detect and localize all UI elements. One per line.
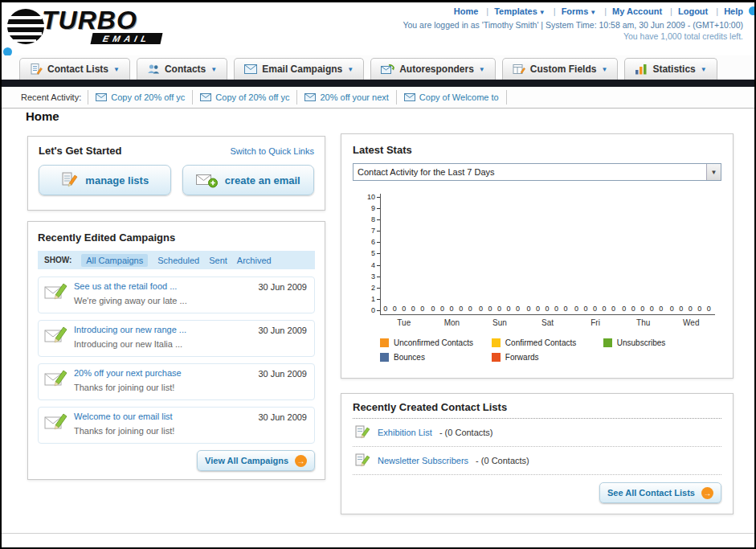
stats-period-select[interactable]: Contact Activity for the Last 7 Days [353,163,721,181]
legend-swatch [492,353,501,362]
manage-lists-button[interactable]: manage lists [39,165,171,195]
tab-contacts[interactable]: Contacts ▼ [137,58,227,80]
envelope-icon [200,93,211,101]
chevron-down-icon: ▼ [701,66,707,73]
legend-item: Unconfirmed Contacts [380,338,492,347]
y-tick: 3 [371,273,380,281]
link-forms[interactable]: Forms▼ [548,6,596,16]
create-email-button[interactable]: create an email [182,165,315,195]
link-home[interactable]: Home [454,6,479,16]
see-all-contact-lists-button[interactable]: See All Contact Lists → [599,482,721,503]
envelope-pencil-icon [44,326,68,345]
tab-statistics[interactable]: Statistics ▼ [624,58,717,80]
recent-activity-item[interactable]: 20% off your next [296,90,395,104]
chart-x-labels: TueMonSunSatFriThuWed [380,318,715,327]
tab-label: Email Campaigns [262,64,342,75]
campaign-subtitle: We're giving away our late ... [74,296,187,305]
statistics-icon [635,64,648,75]
filter-archived[interactable]: Archived [237,256,272,265]
filter-sent[interactable]: Sent [209,256,227,265]
arrow-right-icon: → [701,487,713,499]
tab-email-campaigns[interactable]: Email Campaigns ▼ [234,58,364,80]
x-axis-label: Sun [476,318,524,327]
campaign-title-link[interactable]: 20% off your next purchase [74,368,253,378]
campaign-title-link[interactable]: See us at the retail food ... [74,281,253,291]
contact-list-count: - (0 Contacts) [476,456,529,465]
envelope-icon [404,93,415,101]
filter-all-campaigns[interactable]: All Campaigns [81,254,148,267]
y-tick: 2 [371,285,380,292]
recent-activity-item[interactable]: Copy of Welcome to [396,90,507,104]
y-tick: 4 [371,262,380,269]
legend-item: Unsubscribes [603,338,715,347]
main-nav: Contact Lists ▼ Contacts ▼ Email Campaig… [2,55,754,80]
credits-info: You have 1,000 total credits left. [623,31,743,41]
chevron-down-icon: ▼ [347,66,353,73]
recent-activity-item[interactable]: Copy of 20% off yc [88,90,192,104]
legend-swatch [603,338,612,347]
legend-swatch [380,338,389,347]
tab-contact-lists[interactable]: Contact Lists ▼ [19,58,130,80]
contact-list-link[interactable]: Exhibition List [378,428,432,437]
arrow-right-icon: → [295,455,307,467]
chart-legend: Unconfirmed ContactsConfirmed ContactsUn… [380,338,715,362]
y-tick: 9 [371,205,380,212]
legend-swatch [380,353,389,362]
switch-quick-links-link[interactable]: Switch to Quick Links [230,146,314,156]
y-tick: 6 [371,239,380,246]
envelope-pencil-icon [44,282,68,301]
custom-fields-icon [513,63,525,76]
tab-autoresponders[interactable]: Autoresponders ▼ [370,58,496,80]
campaigns-filter-bar: SHOW: All Campaigns Scheduled Sent Archi… [38,251,315,269]
logo-text-secondary: EMAIL [91,33,163,44]
campaign-subtitle: Introducing our new Italia ... [74,339,182,349]
campaign-title-link[interactable]: Introducing our new range ... [74,325,253,334]
chart-plot-area: 0 0 0 0 00 0 0 0 00 0 0 0 00 0 0 0 00 0 … [380,194,715,315]
campaign-row: 20% off your next purchase Thanks for jo… [38,363,315,400]
stats-period-select-wrap: Contact Activity for the Last 7 Days ▼ [353,163,721,181]
x-axis-label: Thu [619,318,668,327]
recent-campaigns-panel: Recently Edited Campaigns SHOW: All Camp… [27,221,325,480]
recent-activity-item[interactable]: Copy of 20% off yc [192,90,296,104]
link-logout[interactable]: Logout [664,6,708,16]
campaign-title-link[interactable]: Welcome to our email list [74,412,253,421]
contact-list-count: - (0 Contacts) [439,428,493,437]
x-axis-label: Fri [571,318,619,327]
recent-activity-label: Recent Activity: [21,92,81,102]
envelope-plus-icon [196,172,218,188]
bar-value-labels: 0 0 0 0 0 [476,305,524,313]
x-axis-label: Tue [380,318,428,327]
campaign-subtitle: Thanks for joining our list! [74,383,174,392]
pencil-paper-icon [354,424,370,440]
tab-label: Contacts [165,64,206,75]
bar-value-labels: 0 0 0 0 0 [524,305,571,313]
link-templates[interactable]: Templates▼ [480,6,545,16]
y-tick: 7 [371,227,380,235]
link-help[interactable]: Help [710,6,743,16]
link-my-account[interactable]: My Account [599,6,662,16]
session-info: You are logged in as 'Timothy Smith' | S… [403,20,743,30]
top-links: Home Templates▼ Forms▼ My Account Logout… [454,6,743,16]
contact-list-row: Newsletter Subscribers - (0 Contacts) [353,447,721,475]
contact-list-row: Exhibition List - (0 Contacts) [353,419,721,447]
y-tick: 0 [371,307,380,314]
show-label: SHOW: [44,256,72,264]
campaigns-list: See us at the retail food ... We're givi… [38,277,315,444]
campaign-date: 30 Jun 2009 [258,282,307,292]
bar-value-labels: 0 0 0 0 0 [572,305,619,313]
view-all-campaigns-button[interactable]: View All Campaigns → [197,450,315,471]
y-tick: 1 [371,296,380,303]
envelope-icon [96,93,107,101]
campaign-date: 30 Jun 2009 [258,369,307,379]
tab-custom-fields[interactable]: Custom Fields ▼ [502,58,619,80]
filter-scheduled[interactable]: Scheduled [157,256,199,265]
tab-label: Statistics [652,64,695,75]
footer-divider [2,533,754,534]
campaign-date: 30 Jun 2009 [258,326,307,335]
contact-list-link[interactable]: Newsletter Subscribers [378,456,468,465]
chevron-down-icon: ▼ [479,66,485,73]
tab-label: Autoresponders [399,64,474,75]
contact-lists-title: Recently Created Contact Lists [353,401,721,419]
bar-value-labels: 0 0 0 0 0 [381,305,428,313]
campaign-row: See us at the retail food ... We're givi… [38,277,315,313]
